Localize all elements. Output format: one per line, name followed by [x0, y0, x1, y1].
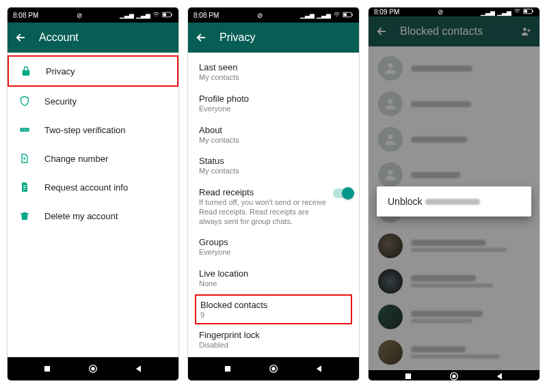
status-right: ▁▃▅ ▁▃▅ [120, 11, 173, 20]
setting-readreceipts[interactable]: Read receipts If turned off, you won't s… [188, 182, 359, 232]
svg-point-4 [22, 129, 23, 130]
svg-point-23 [523, 28, 526, 31]
back-button[interactable] [195, 31, 207, 44]
svg-point-24 [388, 64, 392, 68]
header-blocked: Blocked contacts [369, 16, 539, 46]
screen-blocked: 8:09 PM ⊘ ▁▃▅ ▁▃▅ Blocked contacts [368, 7, 540, 381]
contact-row[interactable] [369, 299, 539, 335]
contact-row[interactable] [369, 86, 539, 122]
nav-bar [8, 357, 178, 380]
svg-point-31 [453, 375, 455, 378]
header-account: Account [8, 23, 178, 53]
menu-item-changenumber[interactable]: Change number [8, 144, 178, 173]
contact-info [411, 172, 530, 178]
setting-desc: My contacts [199, 136, 348, 145]
menu-item-requestinfo[interactable]: Request account info [8, 173, 178, 201]
setting-groups[interactable]: Groups Everyone [188, 232, 359, 263]
signal-icon: ▁▃▅ [300, 12, 315, 18]
nav-bar [188, 357, 359, 380]
nav-back[interactable] [494, 370, 506, 381]
setting-status[interactable]: Status My contacts [188, 150, 359, 182]
contact-info [411, 101, 530, 107]
shield-icon [18, 95, 31, 107]
setting-profilephoto[interactable]: Profile photo Everyone [188, 88, 359, 120]
battery-icon [523, 8, 534, 16]
svg-rect-21 [532, 10, 533, 12]
setting-title: Profile photo [199, 94, 348, 104]
status-time: 8:08 PM [13, 12, 38, 19]
nav-home[interactable] [448, 370, 460, 381]
nav-home[interactable] [87, 363, 99, 375]
setting-desc: Everyone [199, 248, 348, 257]
sim-icon [18, 152, 31, 165]
nav-back[interactable] [133, 363, 145, 375]
signal-icon: ▁▃▅ [317, 12, 331, 18]
setting-desc: 9 [200, 311, 347, 320]
contact-row[interactable] [369, 228, 539, 264]
nav-recent[interactable] [222, 363, 234, 375]
svg-point-6 [26, 129, 27, 130]
signal-icon: ▁▃▅ [120, 12, 134, 18]
nav-recent[interactable] [402, 370, 414, 381]
setting-desc: My contacts [199, 167, 348, 176]
trash-icon [18, 210, 31, 222]
status-bar: 8:08 PM ⊘ ▁▃▅ ▁▃▅ [8, 8, 178, 23]
nav-bar [369, 370, 539, 381]
setting-desc: If turned off, you won't send or receive… [199, 198, 328, 226]
setting-title: Groups [199, 237, 348, 247]
svg-rect-2 [163, 13, 166, 16]
setting-title: Live location [199, 268, 348, 279]
setting-title: About [199, 125, 348, 135]
wifi-icon [513, 8, 521, 16]
svg-rect-17 [225, 366, 230, 372]
status-right: ▁▃▅ ▁▃▅ [481, 8, 534, 16]
signal-icon: ▁▃▅ [497, 9, 511, 16]
setting-blockedcontacts[interactable]: Blocked contacts 9 [195, 294, 352, 324]
toggle-readreceipts[interactable] [333, 188, 352, 198]
svg-rect-9 [23, 189, 25, 190]
menu-item-twostep[interactable]: Two-step verification [8, 115, 178, 144]
menu-item-delete[interactable]: Delete my account [8, 201, 178, 230]
signal-icon: ▁▃▅ [481, 9, 495, 16]
nav-back[interactable] [313, 363, 325, 375]
nav-home[interactable] [267, 363, 280, 375]
setting-fingerprint[interactable]: Fingerprint lock Disabled [188, 324, 359, 356]
back-button[interactable] [375, 25, 388, 38]
svg-point-26 [388, 135, 392, 139]
dnd-icon: ⊘ [77, 12, 82, 19]
svg-point-19 [272, 367, 275, 370]
setting-title: Fingerprint lock [199, 330, 348, 340]
menu-label: Delete my account [44, 211, 118, 221]
nav-recent[interactable] [41, 363, 53, 375]
lock-icon [20, 65, 32, 77]
menu-item-privacy[interactable]: Privacy [8, 55, 178, 87]
svg-point-13 [92, 367, 94, 370]
setting-desc: None [199, 279, 348, 289]
avatar [378, 305, 403, 329]
add-contact-button[interactable] [519, 25, 533, 38]
page-title: Blocked contacts [400, 25, 507, 38]
battery-icon [162, 12, 173, 19]
setting-about[interactable]: About My contacts [188, 120, 359, 151]
menu-item-security[interactable]: Security [8, 87, 178, 115]
svg-rect-22 [524, 10, 527, 13]
avatar-placeholder-icon [378, 163, 403, 187]
svg-rect-15 [351, 14, 352, 16]
contact-row[interactable] [369, 122, 539, 157]
document-icon [18, 181, 31, 193]
setting-livelocation[interactable]: Live location None [188, 263, 359, 294]
status-right: ▁▃▅ ▁▃▅ [300, 11, 353, 20]
contact-row[interactable] [369, 335, 539, 370]
settings-list: Last seen My contacts Profile photo Ever… [188, 53, 359, 355]
avatar [378, 269, 403, 294]
back-button[interactable] [14, 31, 27, 44]
menu-label: Privacy [46, 66, 75, 76]
contact-row[interactable] [369, 264, 539, 299]
unblock-popup[interactable]: Unblock [377, 186, 531, 216]
setting-lastseen[interactable]: Last seen My contacts [188, 57, 359, 88]
dots-icon [18, 124, 31, 136]
contact-row[interactable] [369, 51, 539, 86]
status-time: 8:09 PM [374, 8, 399, 16]
svg-point-25 [388, 99, 392, 104]
avatar-placeholder-icon [378, 56, 403, 81]
